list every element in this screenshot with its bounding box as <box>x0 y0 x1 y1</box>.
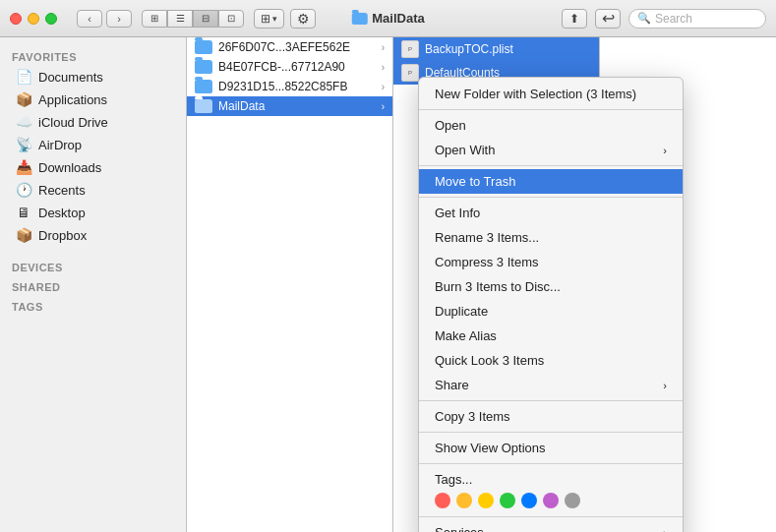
folder-icon-maildata <box>195 99 212 113</box>
arrow-icon-3: › <box>382 82 385 92</box>
cm-quick-look[interactable]: Quick Look 3 Items <box>419 348 683 373</box>
file-label-backuptoc: BackupTOC.plist <box>425 42 513 56</box>
sidebar-item-airdrop[interactable]: 📡 AirDrop <box>4 134 182 155</box>
tag-purple[interactable] <box>543 493 559 508</box>
cm-burn[interactable]: Burn 3 Items to Disc... <box>419 274 683 299</box>
action2-button[interactable]: ↩ <box>595 9 621 29</box>
view-list-button[interactable]: ☰ <box>167 10 193 28</box>
applications-icon: 📦 <box>16 91 31 107</box>
cm-services-arrow: › <box>663 527 667 533</box>
minimize-button[interactable] <box>28 13 39 25</box>
cm-divider-7 <box>419 516 683 517</box>
cm-get-info-label: Get Info <box>435 206 480 220</box>
column-item-label-maildata: MailData <box>218 99 376 113</box>
color-dots <box>435 493 667 508</box>
cm-divider-4 <box>419 400 683 401</box>
sidebar-item-downloads[interactable]: 📥 Downloads <box>4 156 182 178</box>
arrange-button[interactable]: ⊞▾ <box>254 9 284 29</box>
column-item-maildata[interactable]: MailData › <box>187 96 392 116</box>
sidebar-item-icloud[interactable]: ☁️ iCloud Drive <box>4 111 182 133</box>
sidebar-label-dropbox: Dropbox <box>38 228 87 243</box>
sidebar-section-shared: Shared <box>0 275 186 295</box>
column-item-folder2[interactable]: B4E07FCB-...67712A90 › <box>187 57 392 77</box>
tag-gray[interactable] <box>565 493 580 508</box>
tag-yellow[interactable] <box>478 493 494 508</box>
view-controls: ⊞ ☰ ⊟ ⊡ <box>142 10 244 28</box>
sidebar-item-applications[interactable]: 📦 Applications <box>4 89 182 110</box>
cm-share[interactable]: Share › <box>419 373 683 397</box>
column-item-folder3[interactable]: D9231D15...8522C85FB › <box>187 77 392 96</box>
sidebar-label-documents: Documents <box>38 70 103 85</box>
view-column-button[interactable]: ⊟ <box>193 10 218 28</box>
tag-orange[interactable] <box>456 493 472 508</box>
icloud-icon: ☁️ <box>16 114 31 130</box>
sidebar-label-desktop: Desktop <box>38 206 86 220</box>
sidebar-label-icloud: iCloud Drive <box>38 115 108 130</box>
cm-tags-section: Tags... <box>419 467 683 513</box>
column-pane-1: 26F6D07C...3AEFE562E › B4E07FCB-...67712… <box>187 37 393 532</box>
cm-compress-label: Compress 3 Items <box>435 255 538 269</box>
cm-divider-6 <box>419 463 683 464</box>
cm-divider-1 <box>419 109 683 110</box>
titlebar: ‹ › ⊞ ☰ ⊟ ⊡ ⊞▾ ⚙ MailData ⬆ ↩ 🔍 Search <box>0 0 776 37</box>
sidebar-item-desktop[interactable]: 🖥 Desktop <box>4 202 182 223</box>
cm-make-alias-label: Make Alias <box>435 328 497 343</box>
nav-forward-button[interactable]: › <box>106 10 132 28</box>
content-area: 26F6D07C...3AEFE562E › B4E07FCB-...67712… <box>187 37 776 532</box>
file-item-backuptoc[interactable]: P BackupTOC.plist <box>393 37 599 61</box>
sidebar-item-documents[interactable]: 📄 Documents <box>4 66 182 88</box>
action-button[interactable]: ⚙ <box>290 9 316 29</box>
downloads-icon: 📥 <box>16 159 31 175</box>
cm-new-folder[interactable]: New Folder with Selection (3 Items) <box>419 82 683 106</box>
search-icon: 🔍 <box>637 12 651 25</box>
tag-green[interactable] <box>500 493 515 508</box>
cm-open-with[interactable]: Open With › <box>419 138 683 162</box>
recents-icon: 🕐 <box>16 182 31 198</box>
cm-tags-label[interactable]: Tags... <box>435 472 667 487</box>
nav-controls: ‹ › <box>77 10 132 28</box>
nav-back-button[interactable]: ‹ <box>77 10 102 28</box>
folder-icon-1 <box>195 40 212 54</box>
close-button[interactable] <box>10 13 22 25</box>
window-title: MailData <box>351 11 424 26</box>
sidebar-label-downloads: Downloads <box>38 160 101 175</box>
sidebar-section-tags: Tags <box>0 295 186 315</box>
cm-open-with-label: Open With <box>435 143 495 157</box>
view-cover-button[interactable]: ⊡ <box>218 10 244 28</box>
cm-copy[interactable]: Copy 3 Items <box>419 404 683 429</box>
sidebar-label-airdrop: AirDrop <box>38 138 82 152</box>
search-placeholder-text: Search <box>655 12 692 26</box>
tag-blue[interactable] <box>521 493 537 508</box>
sidebar-label-applications: Applications <box>38 92 107 107</box>
sidebar-label-recents: Recents <box>38 183 86 198</box>
cm-rename[interactable]: Rename 3 Items... <box>419 225 683 250</box>
cm-rename-label: Rename 3 Items... <box>435 230 539 245</box>
cm-make-alias[interactable]: Make Alias <box>419 324 683 348</box>
arrow-icon-2: › <box>382 62 385 73</box>
cm-burn-label: Burn 3 Items to Disc... <box>435 279 561 294</box>
cm-open[interactable]: Open <box>419 113 683 138</box>
arrow-icon-maildata: › <box>382 101 385 112</box>
sidebar-item-recents[interactable]: 🕐 Recents <box>4 179 182 201</box>
share-button[interactable]: ⬆ <box>562 9 587 29</box>
maximize-button[interactable] <box>45 13 57 25</box>
desktop-icon: 🖥 <box>16 205 31 220</box>
cm-divider-5 <box>419 432 683 433</box>
sidebar-section-favorites: Favorites <box>0 45 186 65</box>
sidebar-item-dropbox[interactable]: 📦 Dropbox <box>4 224 182 246</box>
search-box[interactable]: 🔍 Search <box>628 9 766 29</box>
column-item-label-3: D9231D15...8522C85FB <box>218 80 376 93</box>
cm-new-folder-label: New Folder with Selection (3 Items) <box>435 87 636 101</box>
view-icon-button[interactable]: ⊞ <box>142 10 167 28</box>
cm-services[interactable]: Services › <box>419 520 683 532</box>
cm-duplicate[interactable]: Duplicate <box>419 299 683 324</box>
cm-view-options[interactable]: Show View Options <box>419 436 683 460</box>
cm-divider-2 <box>419 165 683 166</box>
cm-get-info[interactable]: Get Info <box>419 201 683 225</box>
tag-red[interactable] <box>435 493 450 508</box>
cm-move-trash[interactable]: Move to Trash <box>419 169 683 194</box>
cm-divider-3 <box>419 197 683 198</box>
cm-compress[interactable]: Compress 3 Items <box>419 250 683 274</box>
column-item-folder1[interactable]: 26F6D07C...3AEFE562E › <box>187 37 392 57</box>
toolbar-right: ⬆ ↩ 🔍 Search <box>562 9 766 29</box>
